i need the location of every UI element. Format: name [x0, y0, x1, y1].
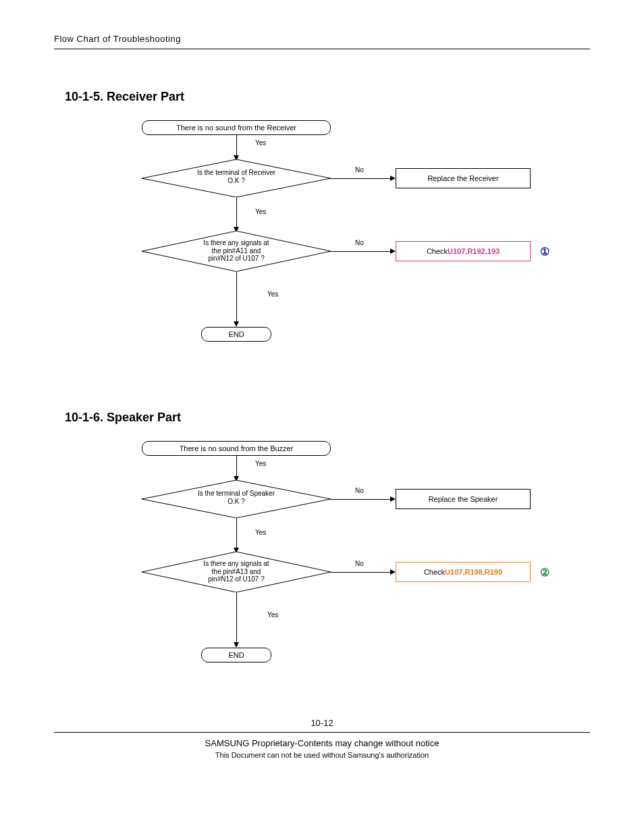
header: Flow Chart of Troubleshooting: [54, 32, 590, 49]
process-check-pre: Check: [427, 247, 448, 255]
process-check-hl: U107,R192,193: [448, 247, 500, 255]
connector: [236, 456, 237, 477]
end-terminator: END: [201, 648, 271, 662]
connector: [236, 592, 237, 644]
process-check: Check U107,R192,193: [396, 241, 531, 261]
arrowhead-icon: [390, 249, 396, 254]
connector: [236, 135, 237, 157]
edge-no: No: [355, 166, 364, 174]
header-text: Flow Chart of Troubleshooting: [54, 34, 181, 44]
edge-yes: Yes: [267, 611, 278, 619]
arrowhead-icon: [390, 176, 396, 181]
arrowhead-icon: [234, 642, 239, 648]
edge-no: No: [355, 560, 364, 567]
footer-rule: [54, 732, 590, 733]
end-terminator: END: [201, 327, 271, 342]
process-check: Check U107,R198,R199: [396, 562, 531, 582]
connector: [331, 499, 392, 500]
decision-2-text: Is there any signals at the pin#A13 and …: [176, 560, 297, 583]
process-check-hl: U107,R198,R199: [445, 568, 502, 576]
start-terminator: There is no sound from the Receiver: [142, 120, 331, 135]
connector: [236, 271, 237, 323]
edge-yes: Yes: [255, 460, 266, 467]
connector: [236, 518, 237, 549]
edge-yes: Yes: [267, 290, 278, 298]
connector: [331, 572, 392, 573]
page: Flow Chart of Troubleshooting 10-1-5. Re…: [0, 0, 644, 779]
section-6-title: 10-1-6. Speaker Part: [65, 411, 590, 425]
badge-1-icon: ①: [540, 245, 549, 258]
edge-yes: Yes: [255, 529, 266, 536]
arrowhead-icon: [234, 321, 239, 327]
connector: [331, 251, 392, 252]
edge-yes: Yes: [255, 208, 266, 215]
start-terminator: There is no sound from the Buzzer: [142, 441, 331, 456]
arrowhead-icon: [390, 496, 396, 502]
section-5-title: 10-1-5. Receiver Part: [65, 90, 590, 104]
decision-1-text: Is the terminal of Receiver O.K ?: [176, 169, 297, 184]
footer-line-1: SAMSUNG Proprietary-Contents may change …: [54, 738, 590, 748]
process-check-pre: Check: [424, 568, 445, 576]
process-replace-text: Replace the Receiver: [427, 174, 498, 182]
end-text: END: [228, 651, 244, 659]
start-text: There is no sound from the Buzzer: [180, 444, 294, 452]
edge-no: No: [355, 487, 364, 494]
badge-2-icon: ②: [540, 566, 549, 579]
footer-line-2: This Document can not be used without Sa…: [54, 751, 590, 759]
end-text: END: [228, 330, 244, 338]
process-replace-text: Replace the Speaker: [429, 495, 498, 503]
edge-no: No: [355, 239, 364, 246]
decision-2-text: Is there any signals at the pin#A11 and …: [176, 239, 297, 263]
page-number: 10-12: [54, 718, 590, 728]
start-text: There is no sound from the Receiver: [176, 124, 296, 132]
flowchart-receiver: There is no sound from the Receiver Yes …: [95, 120, 567, 370]
decision-1-text: Is the terminal of Speaker O.K ?: [176, 490, 297, 505]
connector: [236, 197, 237, 228]
process-replace: Replace the Speaker: [396, 489, 531, 509]
edge-yes: Yes: [255, 139, 266, 147]
arrowhead-icon: [390, 569, 396, 575]
process-replace: Replace the Receiver: [396, 168, 531, 188]
connector: [331, 178, 392, 179]
flowchart-speaker: There is no sound from the Buzzer Yes Is…: [95, 441, 567, 691]
